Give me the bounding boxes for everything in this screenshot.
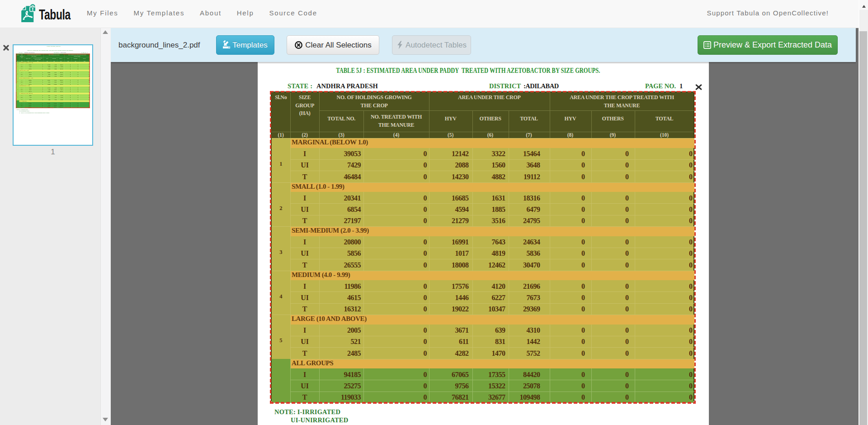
district-value: :ADILABAD xyxy=(524,82,559,90)
templates-label: Templates xyxy=(232,41,267,50)
preview-export-button[interactable]: Preview & Export Extracted Data xyxy=(698,35,838,55)
pdf-view-area: PADDY SCHEMES, 1996-1997TABLE 5J : ESTIM… xyxy=(111,28,859,425)
toolbar: background_lines_2.pdf Templates xyxy=(111,28,856,62)
templates-button[interactable]: Templates xyxy=(216,35,274,55)
clear-selections-icon xyxy=(294,41,303,49)
pdf-table-title: TABLE 5J : ESTIMATED AREA UNDER PADDY TR… xyxy=(258,67,678,75)
remove-selection-icon[interactable] xyxy=(695,84,702,90)
export-label: Preview & Export Extracted Data xyxy=(713,40,832,50)
scrollbar-thumb[interactable] xyxy=(859,31,867,425)
export-data-icon xyxy=(703,41,711,49)
pageno-label: PAGE NO. xyxy=(645,82,676,90)
clear-selections-label: Clear All Selections xyxy=(305,41,371,50)
pdf-scroll-area: PADDY SCHEMES, 1996-1997TABLE 5J : ESTIM… xyxy=(111,28,856,425)
nav-support-link[interactable]: Support Tabula on OpenCollective! xyxy=(707,0,829,27)
pdf-doc-heading: PADDY SCHEMES, 1996-1997 xyxy=(14,46,93,47)
table-selection[interactable] xyxy=(270,91,696,404)
district-label: DISTRICT xyxy=(489,82,521,90)
brand-title[interactable]: Tabula xyxy=(39,7,71,23)
autodetect-tables-button[interactable]: Autodetect Tables xyxy=(392,35,471,55)
pageno-value: 1 xyxy=(679,82,683,90)
state-value: ANDHRA PRADESH xyxy=(316,82,378,90)
nav-item-help[interactable]: Help xyxy=(229,9,262,17)
table-selection[interactable] xyxy=(16,53,90,108)
navbar: Tabula My FilesMy TemplatesAboutHelpSour… xyxy=(0,0,868,28)
sidebar: PADDY SCHEMES, 1996-1997TABLE 5J : ESTIM… xyxy=(0,28,111,425)
clear-all-selections-button[interactable]: Clear All Selections xyxy=(287,35,379,55)
remove-page-icon[interactable] xyxy=(3,45,9,51)
templates-icon xyxy=(223,40,230,48)
nav-item-my-templates[interactable]: My Templates xyxy=(126,9,192,17)
page-thumbnail[interactable]: PADDY SCHEMES, 1996-1997TABLE 5J : ESTIM… xyxy=(13,44,93,146)
sidebar-scrollbar-track[interactable] xyxy=(100,28,111,425)
sidebar-scroll-down-icon[interactable] xyxy=(103,418,108,421)
autodetect-icon xyxy=(396,41,403,49)
pdf-note-line: UI-UNIRRIGATED xyxy=(291,416,348,424)
nav-item-my-files[interactable]: My Files xyxy=(79,9,126,17)
pdf-table-title: TABLE 5J : ESTIMATED AREA UNDER PADDY TR… xyxy=(14,49,87,51)
tabula-logo-icon[interactable] xyxy=(21,2,37,23)
nav-item-source-code[interactable]: Source Code xyxy=(261,9,325,17)
window-scrollbar[interactable] xyxy=(859,0,868,425)
nav-item-about[interactable]: About xyxy=(192,9,229,17)
state-label: STATE : xyxy=(288,82,312,90)
autodetect-label: Autodetect Tables xyxy=(406,41,467,50)
pdf-note-line: T - TOTAL OF IRRIGATED AND UNIRRIGATED P… xyxy=(19,112,50,113)
nav-links: My FilesMy TemplatesAboutHelpSource Code xyxy=(79,0,325,28)
pdf-state-line: STATE :ANDHRA PRADESHDISTRICT:ADILABADPA… xyxy=(258,82,709,90)
sidebar-scroll-up-icon[interactable] xyxy=(103,30,108,34)
document-filename: background_lines_2.pdf xyxy=(118,28,200,62)
scroll-up-icon[interactable] xyxy=(859,0,868,10)
thumbnail-page-number: 1 xyxy=(13,148,93,157)
pdf-note-line: NOTE: I-IRRIGATED xyxy=(274,408,340,416)
